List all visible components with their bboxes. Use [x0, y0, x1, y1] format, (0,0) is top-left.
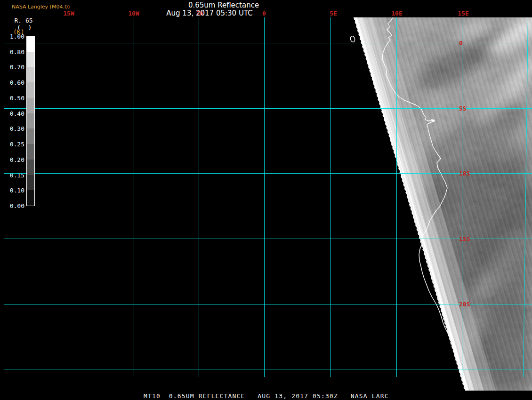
- lat-label: 10S: [459, 170, 470, 177]
- lon-label: 5E: [323, 10, 344, 17]
- lon-label: 10W: [123, 10, 144, 17]
- colorbar-segment: [27, 82, 34, 98]
- colorbar-tick-label: 1.00: [4, 33, 24, 40]
- island-outline: [350, 35, 356, 42]
- lat-label: 5S: [459, 105, 467, 112]
- colorbar-segment: [27, 98, 34, 113]
- lat-gridline: [4, 173, 532, 174]
- colorbar-strip: [26, 36, 35, 206]
- satellite-image: [0, 0, 532, 400]
- colorbar-title: R. 65: [14, 17, 33, 24]
- colorbar-tick-label: 0.00: [4, 202, 24, 209]
- lat-gridline: [4, 108, 532, 109]
- lon-label: 15W: [58, 10, 79, 17]
- colorbar-tick-label: 0.50: [4, 95, 24, 102]
- lat-gridline: [4, 43, 532, 43]
- lat-label: 20S: [459, 301, 470, 308]
- colorbar-segment: [27, 144, 34, 160]
- footer-caption: MT10 0.65UM REFLECTANCE AUG 13, 2017 05:…: [144, 392, 389, 400]
- colorbar-tick-label: 0.15: [4, 172, 24, 179]
- colorbar-segment: [27, 67, 34, 82]
- colorbar-tick-label: 0.80: [4, 48, 24, 56]
- lat-label: 15S: [459, 235, 470, 242]
- colorbar-tick-label: 0.25: [4, 141, 24, 148]
- lon-label: 15E: [453, 10, 474, 17]
- colorbar-tick-label: 0.10: [4, 187, 24, 194]
- colorbar-tick-label: 0.70: [4, 64, 24, 71]
- lon-gridline: [69, 17, 69, 377]
- product-timestamp: Aug 13, 2017 05:30 UTC: [155, 9, 264, 17]
- colorbar-segment: [27, 36, 34, 52]
- lon-gridline: [199, 17, 199, 377]
- lon-gridline: [396, 17, 397, 377]
- lon-gridline: [134, 17, 134, 377]
- product-title: 0.65um Reflectance: [155, 1, 292, 9]
- colorbar-segment: [27, 113, 34, 129]
- colorbar-segment: [27, 128, 34, 144]
- credit-text: NASA Langley (M04.0): [12, 4, 70, 10]
- swath-imagery: [348, 5, 532, 400]
- lon-gridline: [4, 17, 4, 377]
- colorbar-tick-label: 0.60: [4, 79, 24, 86]
- colorbar-tick-label: 0.40: [4, 110, 24, 117]
- lon-gridline: [264, 17, 265, 377]
- colorbar-segment: [27, 160, 34, 175]
- lat-gridline: [4, 239, 532, 239]
- lat-label: 0: [459, 40, 463, 47]
- lon-gridline: [330, 17, 331, 377]
- colorbar-tick-label: 0.20: [4, 156, 24, 163]
- lon-gridline: [462, 17, 462, 377]
- colorbar-segment: [27, 175, 34, 191]
- lat-gridline: [4, 369, 532, 369]
- colorbar-tick-label: 0.30: [4, 125, 24, 132]
- satellite-product-page: NASA Langley (M04.0) 0.65um Reflectance …: [0, 0, 532, 400]
- colorbar-segment: [27, 190, 34, 206]
- lon-label: 10E: [387, 10, 407, 17]
- colorbar-segment: [27, 52, 34, 67]
- lat-gridline: [4, 304, 532, 304]
